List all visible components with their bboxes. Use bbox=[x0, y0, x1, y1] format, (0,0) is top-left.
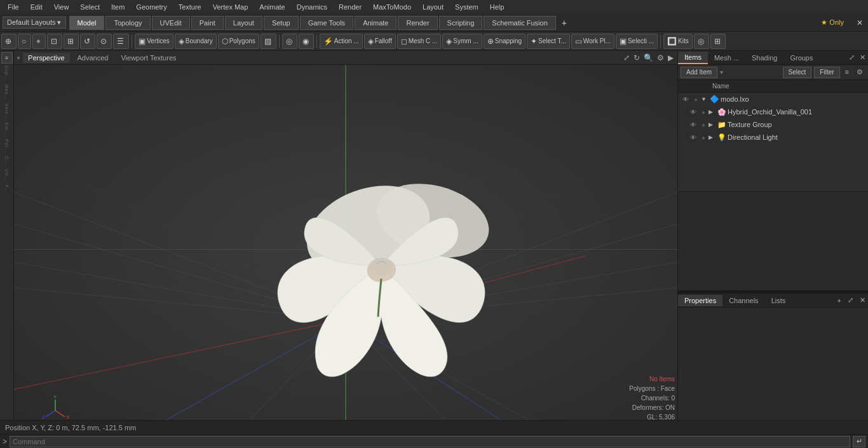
tb-box[interactable]: ⊡ bbox=[47, 34, 62, 49]
menu-animate[interactable]: Animate bbox=[254, 2, 290, 12]
viewport-icon-refresh[interactable]: ↻ bbox=[632, 53, 641, 62]
layout-tab-setup[interactable]: Setup bbox=[264, 16, 299, 30]
menu-file[interactable]: File bbox=[3, 2, 24, 12]
tb-polygons[interactable]: ⬡ Polygons bbox=[218, 34, 259, 49]
items-tab-shading[interactable]: Shading bbox=[745, 52, 783, 64]
menu-vertex-map[interactable]: Vertex Map bbox=[208, 2, 254, 12]
prop-tab-lists[interactable]: Lists bbox=[765, 295, 792, 306]
layout-tab-gametools[interactable]: Game Tools bbox=[300, 16, 354, 30]
item-vis2-1[interactable]: ● bbox=[698, 107, 709, 117]
items-tab-items[interactable]: Items bbox=[678, 51, 708, 64]
layout-tab-schematic[interactable]: Schematic Fusion bbox=[484, 16, 555, 30]
layout-tab-animate[interactable]: Animate bbox=[355, 16, 397, 30]
menu-view[interactable]: View bbox=[49, 2, 74, 12]
sidebar-label-vert[interactable]: Vert... bbox=[4, 102, 9, 121]
prop-close[interactable]: ✕ bbox=[857, 295, 868, 306]
item-vis2-2[interactable]: ● bbox=[698, 119, 709, 130]
viewport[interactable]: ● Perspective Advanced Viewport Textures… bbox=[14, 51, 677, 420]
menu-dynamics[interactable]: Dynamics bbox=[292, 2, 332, 12]
prop-tab-channels[interactable]: Channels bbox=[722, 295, 764, 306]
viewport-tab-textures[interactable]: Viewport Textures bbox=[116, 53, 181, 63]
prop-resize[interactable]: ⤢ bbox=[845, 295, 856, 306]
items-collapse-all[interactable]: ≡ bbox=[843, 67, 851, 78]
command-input[interactable] bbox=[10, 436, 850, 447]
viewport-icon-settings[interactable]: ⚙ bbox=[656, 53, 665, 62]
tb-fullscreen[interactable]: ⊞ bbox=[710, 34, 726, 49]
tb-action[interactable]: ⚡ Action ... bbox=[320, 34, 363, 49]
item-vis2-0[interactable]: ● bbox=[691, 94, 701, 104]
tb-dot[interactable]: ◉ bbox=[299, 34, 314, 49]
items-panel-close[interactable]: ✕ bbox=[857, 52, 868, 63]
tb-circle[interactable]: ○ bbox=[18, 34, 31, 49]
item-vis-3[interactable]: 👁 bbox=[688, 132, 698, 142]
item-expand-3[interactable]: ▶ bbox=[709, 134, 716, 140]
layout-tab-scripting[interactable]: Scripting bbox=[439, 16, 483, 30]
tb-select-mode[interactable]: ⊕ bbox=[1, 34, 17, 49]
tb-workplane[interactable]: ▭ Work Pl... bbox=[571, 34, 614, 49]
menu-texture[interactable]: Texture bbox=[173, 2, 207, 12]
items-tab-mesh[interactable]: Mesh ... bbox=[708, 52, 745, 64]
tb-symmetry[interactable]: ◈ Symm ... bbox=[442, 34, 482, 49]
viewport-tab-perspective[interactable]: Perspective bbox=[23, 53, 69, 63]
tb-menu[interactable]: ☰ bbox=[113, 34, 129, 49]
list-item[interactable]: 👁 ● ▶ 💡 Directional Light bbox=[678, 131, 868, 144]
prop-tab-properties[interactable]: Properties bbox=[678, 295, 722, 306]
viewport-tab-advanced[interactable]: Advanced bbox=[72, 53, 114, 63]
list-item[interactable]: 👁 ● ▶ 🌸 Hybrid_Orchid_Vanilla_001 bbox=[678, 105, 868, 118]
layout-dropdown[interactable]: Default Layouts ▾ bbox=[3, 17, 66, 29]
tb-mode4[interactable]: ▧ bbox=[261, 34, 276, 49]
tb-kits[interactable]: 🔳 Kits bbox=[663, 34, 693, 49]
sidebar-label-pol[interactable]: Pol... bbox=[4, 138, 9, 154]
tb-cam[interactable]: ◎ bbox=[694, 34, 709, 49]
layout-tab-layout[interactable]: Layout bbox=[225, 16, 262, 30]
tb-falloff[interactable]: ◈ Falloff bbox=[364, 34, 396, 49]
sidebar-label-dup[interactable]: Dup... bbox=[4, 64, 9, 83]
tb-center[interactable]: ⌖ bbox=[32, 34, 46, 49]
item-vis2-3[interactable]: ● bbox=[698, 132, 709, 142]
item-vis-1[interactable]: 👁 bbox=[688, 107, 698, 117]
item-expand-0[interactable]: ▼ bbox=[701, 96, 709, 102]
tb-grid[interactable]: ⊞ bbox=[64, 34, 79, 49]
layout-tab-topology[interactable]: Topology bbox=[105, 16, 150, 30]
item-vis-0[interactable]: 👁 bbox=[681, 94, 691, 104]
tb-rotate[interactable]: ↺ bbox=[80, 34, 95, 49]
tb-circle2[interactable]: ◎ bbox=[282, 34, 297, 49]
tb-mesh[interactable]: ◻ Mesh C ... bbox=[397, 34, 442, 49]
items-tab-groups[interactable]: Groups bbox=[783, 52, 819, 64]
menu-maxtomodo[interactable]: MaxToModo bbox=[368, 2, 416, 12]
items-select-btn[interactable]: Select bbox=[783, 67, 812, 78]
layout-tab-render[interactable]: Render bbox=[398, 16, 437, 30]
layout-tab-model[interactable]: Model bbox=[69, 16, 105, 30]
viewport-icon-search[interactable]: 🔍 bbox=[642, 53, 654, 62]
sidebar-label-mesh[interactable]: Mes... bbox=[4, 83, 9, 102]
tb-boundary[interactable]: ◈ Boundary bbox=[175, 34, 217, 49]
sidebar-expand[interactable]: ≡ bbox=[1, 52, 13, 64]
menu-select[interactable]: Select bbox=[75, 2, 105, 12]
items-panel-resize[interactable]: ⤢ bbox=[846, 52, 857, 63]
menu-system[interactable]: System bbox=[450, 2, 484, 12]
menu-edit[interactable]: Edit bbox=[25, 2, 48, 12]
list-item[interactable]: 👁 ● ▶ 📁 Texture Group bbox=[678, 118, 868, 131]
menu-geometry[interactable]: Geometry bbox=[131, 2, 172, 12]
items-filter-btn[interactable]: Filter bbox=[814, 67, 839, 78]
layout-close[interactable]: ✕ bbox=[851, 16, 868, 30]
add-item-btn[interactable]: Add Item bbox=[681, 67, 717, 78]
sidebar-label-em[interactable]: Em... bbox=[4, 121, 9, 137]
tb-snapping[interactable]: ⊕ Snapping bbox=[484, 34, 526, 49]
viewport-canvas[interactable]: X Z Y No Items Polygons : Face Channels:… bbox=[14, 65, 677, 420]
item-expand-1[interactable]: ▶ bbox=[709, 109, 716, 115]
viewport-toggle[interactable]: ● bbox=[17, 54, 20, 61]
item-vis-2[interactable]: 👁 bbox=[688, 119, 698, 130]
list-item[interactable]: 👁 ● ▼ 🔷 modo.lxo bbox=[678, 93, 868, 105]
tb-selection[interactable]: ▣ Selecti ... bbox=[616, 34, 658, 49]
tb-select-tool[interactable]: ✦ Select T... bbox=[527, 34, 570, 49]
layout-add-tab[interactable]: + bbox=[557, 15, 572, 31]
menu-layout[interactable]: Layout bbox=[417, 2, 449, 12]
sidebar-label-f[interactable]: F... bbox=[4, 184, 9, 194]
viewport-icon-arrow[interactable]: ▶ bbox=[667, 53, 675, 62]
menu-item[interactable]: Item bbox=[106, 2, 130, 12]
tb-vertices[interactable]: ▣ Vertices bbox=[135, 34, 173, 49]
layout-tab-uvedit[interactable]: UVEdit bbox=[152, 16, 190, 30]
command-submit[interactable]: ↵ bbox=[853, 436, 865, 447]
viewport-icon-maximize[interactable]: ⤢ bbox=[622, 53, 631, 62]
